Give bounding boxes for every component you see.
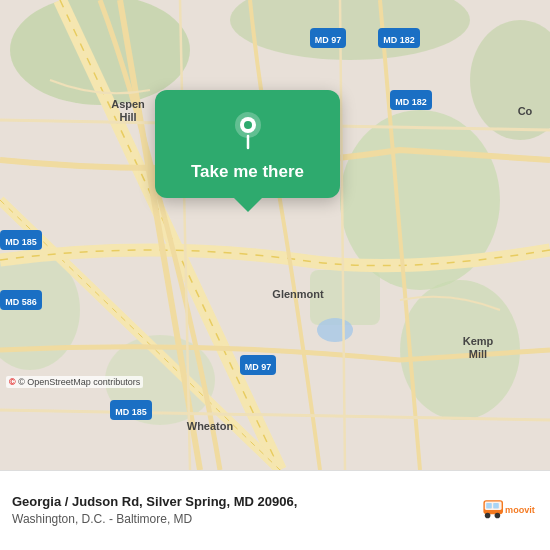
svg-point-43 bbox=[244, 121, 252, 129]
bottom-bar: Georgia / Judson Rd, Silver Spring, MD 2… bbox=[0, 470, 550, 550]
svg-rect-49 bbox=[486, 502, 492, 508]
address-line1: Georgia / Judson Rd, Silver Spring, MD 2… bbox=[12, 493, 482, 511]
svg-text:MD 185: MD 185 bbox=[115, 407, 147, 417]
svg-text:moovit: moovit bbox=[505, 504, 535, 514]
take-me-there-label: Take me there bbox=[191, 162, 304, 182]
svg-rect-50 bbox=[493, 502, 499, 508]
svg-text:Hill: Hill bbox=[119, 111, 136, 123]
address-line2: Washington, D.C. - Baltimore, MD bbox=[12, 511, 482, 528]
svg-text:MD 185: MD 185 bbox=[5, 237, 37, 247]
take-me-there-card[interactable]: Take me there bbox=[155, 90, 340, 198]
svg-text:MD 97: MD 97 bbox=[245, 362, 272, 372]
osm-credit: © © OpenStreetMap contributors bbox=[6, 376, 143, 388]
svg-text:Aspen: Aspen bbox=[111, 98, 145, 110]
svg-text:MD 182: MD 182 bbox=[383, 35, 415, 45]
svg-text:MD 182: MD 182 bbox=[395, 97, 427, 107]
map-container: MD 97 MD 182 MD 182 MD 185 MD 586 MD 97 … bbox=[0, 0, 550, 470]
svg-point-47 bbox=[485, 512, 491, 518]
svg-text:MD 97: MD 97 bbox=[315, 35, 342, 45]
svg-text:Glenmont: Glenmont bbox=[272, 288, 324, 300]
address-block: Georgia / Judson Rd, Silver Spring, MD 2… bbox=[12, 493, 482, 528]
svg-point-9 bbox=[317, 318, 353, 342]
svg-text:Wheaton: Wheaton bbox=[187, 420, 234, 432]
moovit-logo: moovit bbox=[482, 491, 538, 531]
svg-text:Kemp: Kemp bbox=[463, 335, 494, 347]
svg-point-2 bbox=[400, 280, 520, 420]
svg-text:MD 586: MD 586 bbox=[5, 297, 37, 307]
svg-point-48 bbox=[495, 512, 501, 518]
svg-text:Mill: Mill bbox=[469, 348, 487, 360]
location-pin-icon bbox=[226, 108, 270, 152]
svg-text:Co: Co bbox=[518, 105, 533, 117]
